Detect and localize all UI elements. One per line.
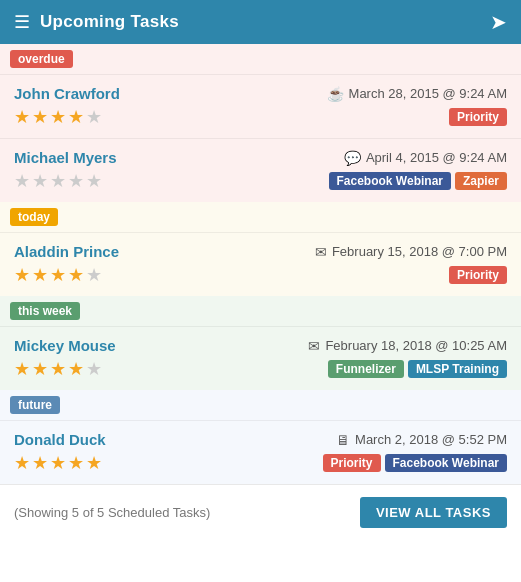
task-icon: 🖥 bbox=[336, 432, 350, 448]
task-bottom: ★★★★★FunnelizerMLSP Training bbox=[14, 358, 507, 380]
star-4[interactable]: ★ bbox=[68, 106, 84, 128]
star-1[interactable]: ★ bbox=[14, 452, 30, 474]
star-4[interactable]: ★ bbox=[68, 452, 84, 474]
star-5[interactable]: ★ bbox=[86, 452, 102, 474]
star-2[interactable]: ★ bbox=[32, 358, 48, 380]
task-tags: Priority bbox=[449, 108, 507, 126]
star-4[interactable]: ★ bbox=[68, 170, 84, 192]
section-header-future: future bbox=[0, 390, 521, 420]
task-row: John Crawford☕ March 28, 2015 @ 9:24 AM★… bbox=[0, 74, 521, 138]
header: ☰ Upcoming Tasks ➤ bbox=[0, 0, 521, 44]
task-top: Donald Duck🖥 March 2, 2018 @ 5:52 PM bbox=[14, 431, 507, 448]
star-1[interactable]: ★ bbox=[14, 358, 30, 380]
star-2[interactable]: ★ bbox=[32, 106, 48, 128]
task-top: Michael Myers💬 April 4, 2015 @ 9:24 AM bbox=[14, 149, 507, 166]
star-1[interactable]: ★ bbox=[14, 106, 30, 128]
footer: (Showing 5 of 5 Scheduled Tasks) VIEW AL… bbox=[0, 484, 521, 540]
task-name[interactable]: John Crawford bbox=[14, 85, 120, 102]
task-icon: ✉ bbox=[308, 338, 320, 354]
task-stars: ★★★★★ bbox=[14, 170, 102, 192]
section-header-overdue: overdue bbox=[0, 44, 521, 74]
tag-facebook-webinar[interactable]: Facebook Webinar bbox=[329, 172, 451, 190]
task-row: Donald Duck🖥 March 2, 2018 @ 5:52 PM★★★★… bbox=[0, 420, 521, 484]
tag-priority[interactable]: Priority bbox=[449, 108, 507, 126]
section-overdue: overdueJohn Crawford☕ March 28, 2015 @ 9… bbox=[0, 44, 521, 202]
badge-future: future bbox=[10, 396, 60, 414]
task-row: Aladdin Prince✉ February 15, 2018 @ 7:00… bbox=[0, 232, 521, 296]
task-tags: Priority bbox=[449, 266, 507, 284]
star-5[interactable]: ★ bbox=[86, 264, 102, 286]
task-stars: ★★★★★ bbox=[14, 264, 102, 286]
sections-container: overdueJohn Crawford☕ March 28, 2015 @ 9… bbox=[0, 44, 521, 484]
badge-overdue: overdue bbox=[10, 50, 73, 68]
task-date: ✉ February 15, 2018 @ 7:00 PM bbox=[315, 244, 507, 260]
star-5[interactable]: ★ bbox=[86, 358, 102, 380]
star-4[interactable]: ★ bbox=[68, 358, 84, 380]
badge-this-week: this week bbox=[10, 302, 80, 320]
task-icon: 💬 bbox=[344, 150, 361, 166]
task-row: Mickey Mouse✉ February 18, 2018 @ 10:25 … bbox=[0, 326, 521, 390]
task-top: Mickey Mouse✉ February 18, 2018 @ 10:25 … bbox=[14, 337, 507, 354]
task-name[interactable]: Michael Myers bbox=[14, 149, 117, 166]
footer-text: (Showing 5 of 5 Scheduled Tasks) bbox=[14, 505, 210, 520]
task-date: 🖥 March 2, 2018 @ 5:52 PM bbox=[336, 432, 507, 448]
task-bottom: ★★★★★Priority bbox=[14, 264, 507, 286]
task-tags: FunnelizerMLSP Training bbox=[328, 360, 507, 378]
task-name[interactable]: Aladdin Prince bbox=[14, 243, 119, 260]
header-title: Upcoming Tasks bbox=[40, 12, 179, 32]
task-date: ☕ March 28, 2015 @ 9:24 AM bbox=[327, 86, 507, 102]
star-3[interactable]: ★ bbox=[50, 170, 66, 192]
tag-mlsp-training[interactable]: MLSP Training bbox=[408, 360, 507, 378]
task-stars: ★★★★★ bbox=[14, 106, 102, 128]
task-tags: PriorityFacebook Webinar bbox=[323, 454, 508, 472]
star-5[interactable]: ★ bbox=[86, 106, 102, 128]
star-3[interactable]: ★ bbox=[50, 264, 66, 286]
task-icon: ☕ bbox=[327, 86, 344, 102]
star-1[interactable]: ★ bbox=[14, 170, 30, 192]
star-2[interactable]: ★ bbox=[32, 264, 48, 286]
star-3[interactable]: ★ bbox=[50, 106, 66, 128]
task-row: Michael Myers💬 April 4, 2015 @ 9:24 AM★★… bbox=[0, 138, 521, 202]
star-2[interactable]: ★ bbox=[32, 452, 48, 474]
task-name[interactable]: Donald Duck bbox=[14, 431, 106, 448]
badge-today: today bbox=[10, 208, 58, 226]
task-date: ✉ February 18, 2018 @ 10:25 AM bbox=[308, 338, 507, 354]
task-stars: ★★★★★ bbox=[14, 358, 102, 380]
star-4[interactable]: ★ bbox=[68, 264, 84, 286]
section-today: todayAladdin Prince✉ February 15, 2018 @… bbox=[0, 202, 521, 296]
section-this-week: this weekMickey Mouse✉ February 18, 2018… bbox=[0, 296, 521, 390]
header-left: ☰ Upcoming Tasks bbox=[14, 11, 179, 33]
task-name[interactable]: Mickey Mouse bbox=[14, 337, 116, 354]
task-top: John Crawford☕ March 28, 2015 @ 9:24 AM bbox=[14, 85, 507, 102]
hamburger-icon[interactable]: ☰ bbox=[14, 11, 30, 33]
star-5[interactable]: ★ bbox=[86, 170, 102, 192]
tag-facebook-webinar[interactable]: Facebook Webinar bbox=[385, 454, 507, 472]
star-2[interactable]: ★ bbox=[32, 170, 48, 192]
star-3[interactable]: ★ bbox=[50, 358, 66, 380]
section-header-this-week: this week bbox=[0, 296, 521, 326]
view-all-button[interactable]: VIEW ALL TASKS bbox=[360, 497, 507, 528]
tag-funnelizer[interactable]: Funnelizer bbox=[328, 360, 404, 378]
tag-zapier[interactable]: Zapier bbox=[455, 172, 507, 190]
star-3[interactable]: ★ bbox=[50, 452, 66, 474]
task-bottom: ★★★★★Priority bbox=[14, 106, 507, 128]
tag-priority[interactable]: Priority bbox=[449, 266, 507, 284]
task-top: Aladdin Prince✉ February 15, 2018 @ 7:00… bbox=[14, 243, 507, 260]
task-tags: Facebook WebinarZapier bbox=[329, 172, 508, 190]
app-container: ☰ Upcoming Tasks ➤ overdueJohn Crawford☕… bbox=[0, 0, 521, 540]
task-bottom: ★★★★★PriorityFacebook Webinar bbox=[14, 452, 507, 474]
section-header-today: today bbox=[0, 202, 521, 232]
task-bottom: ★★★★★Facebook WebinarZapier bbox=[14, 170, 507, 192]
star-1[interactable]: ★ bbox=[14, 264, 30, 286]
task-stars: ★★★★★ bbox=[14, 452, 102, 474]
task-date: 💬 April 4, 2015 @ 9:24 AM bbox=[344, 150, 507, 166]
section-future: futureDonald Duck🖥 March 2, 2018 @ 5:52 … bbox=[0, 390, 521, 484]
task-icon: ✉ bbox=[315, 244, 327, 260]
share-icon[interactable]: ➤ bbox=[490, 10, 507, 34]
tag-priority[interactable]: Priority bbox=[323, 454, 381, 472]
